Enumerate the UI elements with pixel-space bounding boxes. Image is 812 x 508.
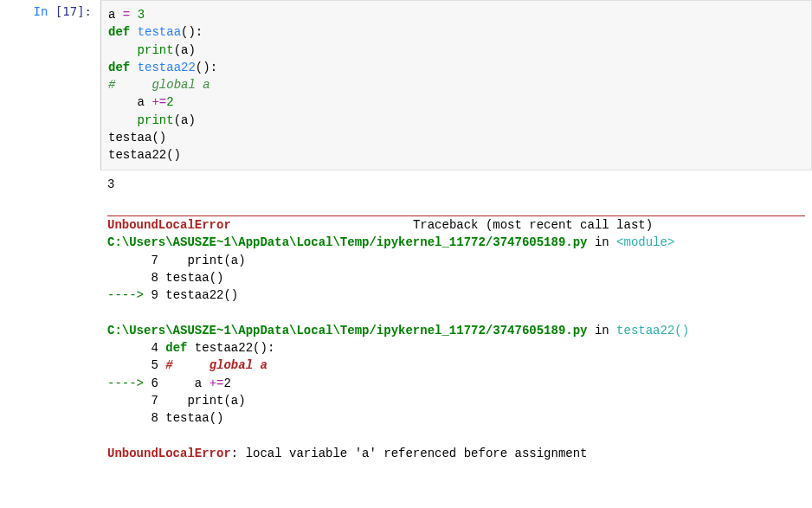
code-def-kw: def bbox=[108, 25, 130, 39]
code-paren: () bbox=[166, 148, 181, 162]
traceback-header: Traceback (most recent call last) bbox=[413, 218, 653, 232]
tb-code: () bbox=[223, 288, 238, 302]
final-error-name: UnboundLocalError bbox=[107, 447, 231, 460]
input-cell: In [17]: a = 3 def testaa(): print(a) de… bbox=[0, 0, 812, 170]
code-comment: global a bbox=[151, 78, 209, 92]
code-assign-op: = bbox=[123, 8, 130, 22]
code-print: print bbox=[138, 43, 174, 57]
code-paren: (): bbox=[181, 25, 203, 39]
tb-code: print bbox=[187, 254, 223, 267]
tb-code: testaa22 bbox=[195, 341, 253, 355]
in-label: In [17]: bbox=[34, 4, 92, 18]
tb-code: testaa22 bbox=[165, 288, 223, 302]
error-name: UnboundLocalError bbox=[107, 218, 231, 232]
tb-lineno: 9 bbox=[151, 288, 158, 302]
final-error-msg: : local variable 'a' referenced before a… bbox=[231, 447, 588, 460]
stdout-text: 3 bbox=[107, 177, 114, 191]
tb-lineno: 8 bbox=[151, 271, 158, 285]
tb-arrow: ----> bbox=[107, 288, 151, 302]
tb-lineno: 4 bbox=[151, 341, 158, 355]
traceback-in: in bbox=[588, 235, 617, 249]
traceback-path: C:\Users\ASUSZE~1\AppData\Local\Temp/ipy… bbox=[107, 324, 588, 338]
tb-code: testaa bbox=[165, 411, 209, 425]
code-paren: (): bbox=[196, 61, 217, 74]
tb-lineno: 8 bbox=[151, 411, 158, 425]
tb-code: () bbox=[209, 411, 224, 425]
tb-lineno: 6 bbox=[151, 376, 158, 390]
stdout-output: 3 bbox=[100, 170, 812, 198]
tb-code: += bbox=[209, 376, 224, 390]
code-fn-name: testaa22 bbox=[138, 61, 196, 74]
input-prompt: In [17]: bbox=[0, 0, 100, 19]
code-print: print bbox=[138, 113, 174, 127]
code-fn-name: testaa bbox=[138, 25, 181, 39]
traceback-location: testaa22 bbox=[616, 324, 674, 338]
tb-lineno: 5 bbox=[151, 358, 158, 372]
tb-code: 2 bbox=[223, 376, 230, 390]
tb-code: def bbox=[165, 341, 187, 355]
code-call: testaa bbox=[108, 131, 151, 145]
traceback-location: <module> bbox=[616, 235, 674, 249]
tb-code: a bbox=[195, 376, 202, 390]
code-augassign-op: += bbox=[151, 95, 166, 109]
code-input[interactable]: a = 3 def testaa(): print(a) def testaa2… bbox=[100, 0, 812, 170]
tb-code: () bbox=[209, 271, 224, 285]
code-number: 3 bbox=[138, 8, 145, 22]
traceback-in: in bbox=[588, 324, 617, 338]
code-paren: () bbox=[151, 131, 166, 145]
code-arg: (a) bbox=[174, 113, 196, 127]
tb-code: (a) bbox=[223, 254, 245, 267]
tb-arrow: ----> bbox=[107, 376, 151, 390]
tb-lineno: 7 bbox=[151, 254, 158, 267]
output-spacer bbox=[0, 170, 100, 198]
code-number: 2 bbox=[166, 95, 173, 109]
output-spacer bbox=[0, 210, 100, 467]
traceback-location-paren: () bbox=[674, 324, 689, 338]
tb-code: (): bbox=[253, 341, 274, 355]
tb-code: print bbox=[187, 394, 223, 408]
code-var: a bbox=[138, 95, 145, 109]
tb-code: # bbox=[165, 358, 172, 372]
traceback-row: UnboundLocalError Traceback (most recent… bbox=[0, 210, 812, 467]
code-comment-hash: # bbox=[108, 78, 115, 92]
code-call: testaa22 bbox=[108, 148, 166, 162]
stdout-row: 3 bbox=[0, 170, 812, 198]
code-def-kw: def bbox=[108, 61, 130, 74]
tb-code: testaa bbox=[165, 271, 209, 285]
tb-code: (a) bbox=[223, 394, 245, 408]
code-var: a bbox=[108, 8, 115, 22]
code-arg: (a) bbox=[174, 43, 196, 57]
traceback-path: C:\Users\ASUSZE~1\AppData\Local\Temp/ipy… bbox=[107, 235, 588, 249]
tb-code: global a bbox=[209, 358, 267, 372]
traceback-output: UnboundLocalError Traceback (most recent… bbox=[100, 210, 812, 467]
tb-lineno: 7 bbox=[151, 394, 158, 408]
